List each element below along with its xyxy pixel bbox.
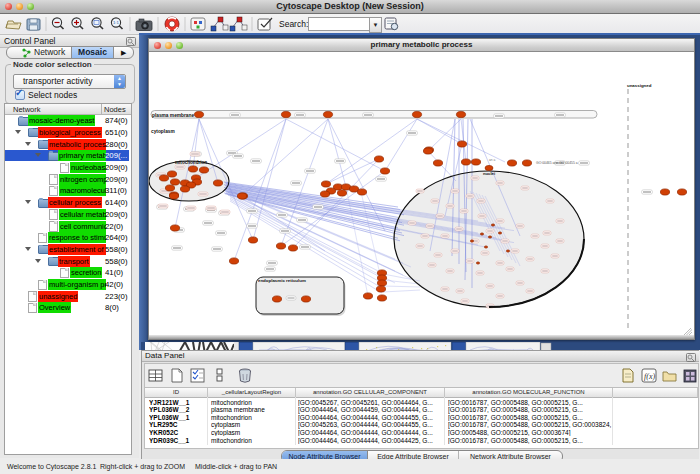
svg-text:f(x): f(x) bbox=[644, 372, 655, 381]
svg-text:1:1: 1:1 bbox=[113, 20, 119, 25]
svg-text:mitochondrion: mitochondrion bbox=[175, 160, 207, 165]
svg-text:cytoplasm: cytoplasm bbox=[151, 129, 175, 134]
svg-text:endoplasmic reticulum: endoplasmic reticulum bbox=[258, 278, 306, 283]
svg-text:nuclei: nuclei bbox=[483, 171, 495, 176]
svg-text:an a: an a bbox=[489, 158, 495, 162]
svg-text:unassigned: unassigned bbox=[627, 83, 652, 88]
svg-text:GO:00465 ann GO:00455 a: GO:00465 ann GO:00455 a bbox=[536, 161, 578, 165]
svg-text:plasma membrane: plasma membrane bbox=[152, 113, 194, 118]
